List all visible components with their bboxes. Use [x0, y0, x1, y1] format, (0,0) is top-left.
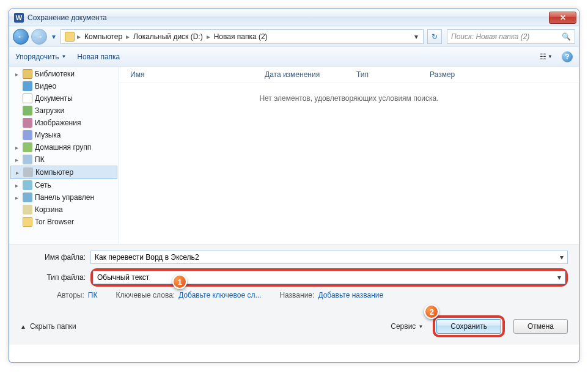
filename-value: Как перевести Ворд в Эксель2 — [95, 253, 199, 262]
back-button[interactable]: ← — [13, 29, 29, 45]
tree-pc[interactable]: ▸ПК — [9, 153, 119, 166]
chevron-down-icon: ▼ — [548, 54, 553, 59]
pictures-icon — [23, 118, 32, 128]
control-panel-icon — [23, 193, 32, 202]
keywords-value[interactable]: Добавьте ключевое сл... — [178, 291, 261, 299]
video-icon — [23, 81, 32, 91]
body: ▸Библиотеки Видео Документы Загрузки Изо… — [9, 67, 579, 244]
metadata-row: Авторы: ПК Ключевые слова: Добавьте ключ… — [20, 291, 568, 299]
downloads-icon — [23, 106, 32, 116]
chevron-down-icon: ▾ — [560, 253, 564, 262]
network-icon — [23, 180, 32, 190]
column-name[interactable]: Имя — [125, 69, 260, 80]
new-folder-button[interactable]: Новая папка — [77, 53, 120, 61]
file-list: Имя Дата изменения Тип Размер Нет элемен… — [119, 67, 579, 244]
breadcrumb-dropdown[interactable]: ▾ — [411, 32, 422, 41]
action-row: ▲ Скрыть папки Сервис ▼ Сохранить 2 Отме… — [20, 315, 568, 337]
tree-homegroup[interactable]: ▸Домашняя групп — [9, 141, 119, 153]
column-size[interactable]: Размер — [425, 69, 474, 80]
filetype-label: Тип файла: — [20, 273, 90, 282]
tree-documents[interactable]: Документы — [9, 92, 119, 105]
recycle-icon — [23, 205, 32, 215]
window-title: Сохранение документа — [28, 13, 107, 22]
hide-folders-button[interactable]: ▲ Скрыть папки — [20, 322, 76, 331]
view-icon: ☷ — [540, 53, 546, 61]
titlebar: W Сохранение документа ✕ — [9, 9, 579, 26]
tree-pictures[interactable]: Изображения — [9, 117, 119, 129]
breadcrumb[interactable]: ▸ Компьютер ▸ Локальный диск (D:) ▸ Нова… — [61, 29, 424, 44]
homegroup-icon — [23, 142, 32, 152]
keywords-label: Ключевые слова: — [116, 291, 175, 299]
document-icon — [23, 94, 32, 103]
breadcrumb-drive[interactable]: Локальный диск (D:) — [130, 32, 207, 41]
close-button[interactable]: ✕ — [549, 12, 576, 24]
tree-recycle[interactable]: Корзина — [9, 204, 119, 216]
pc-icon — [23, 155, 32, 164]
history-dropdown[interactable]: ▾ — [50, 31, 58, 43]
tree-libraries[interactable]: ▸Библиотеки — [9, 68, 119, 80]
search-input[interactable]: Поиск: Новая папка (2) 🔍 — [447, 29, 575, 44]
breadcrumb-folder[interactable]: Новая папка (2) — [210, 32, 271, 41]
title-value[interactable]: Добавьте название — [318, 291, 383, 299]
chevron-down-icon: ▼ — [61, 54, 66, 59]
save-highlight: Сохранить 2 — [433, 315, 505, 337]
computer-icon — [23, 167, 33, 177]
filetype-highlight: Обычный текст ▾ 1 — [90, 268, 568, 287]
tree-downloads[interactable]: Загрузки — [9, 105, 119, 117]
tree-music[interactable]: Музыка — [9, 129, 119, 141]
save-button[interactable]: Сохранить — [436, 319, 501, 334]
column-type[interactable]: Тип — [351, 69, 425, 80]
chevron-up-icon: ▲ — [20, 323, 26, 330]
chevron-down-icon: ▾ — [557, 273, 561, 282]
libraries-icon — [23, 69, 32, 79]
tree-computer[interactable]: ▸Компьютер — [10, 166, 117, 179]
authors-value[interactable]: ПК — [88, 291, 98, 299]
column-date[interactable]: Дата изменения — [260, 69, 351, 80]
bottom-panel: Имя файла: Как перевести Ворд в Эксель2 … — [9, 244, 579, 345]
filetype-value: Обычный текст — [97, 273, 149, 282]
marker-one: 1 — [172, 274, 187, 289]
help-button[interactable]: ? — [562, 51, 573, 62]
folder-icon — [23, 217, 32, 227]
service-menu[interactable]: Сервис ▼ — [391, 322, 423, 331]
filename-input[interactable]: Как перевести Ворд в Эксель2 ▾ — [90, 251, 568, 264]
filetype-select[interactable]: Обычный текст ▾ — [93, 271, 565, 284]
search-icon: 🔍 — [562, 32, 571, 41]
cancel-button[interactable]: Отмена — [513, 319, 568, 334]
save-dialog: W Сохранение документа ✕ ← → ▾ ▸ Компьют… — [9, 9, 579, 363]
marker-two: 2 — [424, 304, 439, 319]
filename-label: Имя файла: — [20, 253, 90, 262]
chevron-down-icon: ▼ — [418, 324, 423, 329]
organize-menu[interactable]: Упорядочить▼ — [15, 53, 66, 61]
breadcrumb-computer[interactable]: Компьютер — [81, 32, 126, 41]
tree-network[interactable]: ▸Сеть — [9, 179, 119, 191]
column-headers: Имя Дата изменения Тип Размер — [119, 67, 579, 83]
title-label: Название: — [279, 291, 314, 299]
tree-control-panel[interactable]: ▸Панель управлен — [9, 191, 119, 204]
word-icon: W — [14, 13, 24, 23]
search-placeholder: Поиск: Новая папка (2) — [451, 32, 529, 41]
music-icon — [23, 130, 32, 140]
tree-tor[interactable]: Tor Browser — [9, 216, 119, 228]
nav-bar: ← → ▾ ▸ Компьютер ▸ Локальный диск (D:) … — [9, 26, 579, 47]
folder-icon — [65, 32, 75, 42]
view-mode-button[interactable]: ☷▼ — [537, 51, 556, 63]
authors-label: Авторы: — [57, 291, 84, 299]
toolbar: Упорядочить▼ Новая папка ☷▼ ? — [9, 47, 579, 67]
empty-message: Нет элементов, удовлетворяющих условиям … — [119, 94, 579, 103]
tree-video[interactable]: Видео — [9, 80, 119, 92]
forward-button[interactable]: → — [31, 29, 47, 45]
refresh-button[interactable]: ↻ — [427, 29, 442, 44]
folder-tree: ▸Библиотеки Видео Документы Загрузки Изо… — [9, 67, 119, 244]
